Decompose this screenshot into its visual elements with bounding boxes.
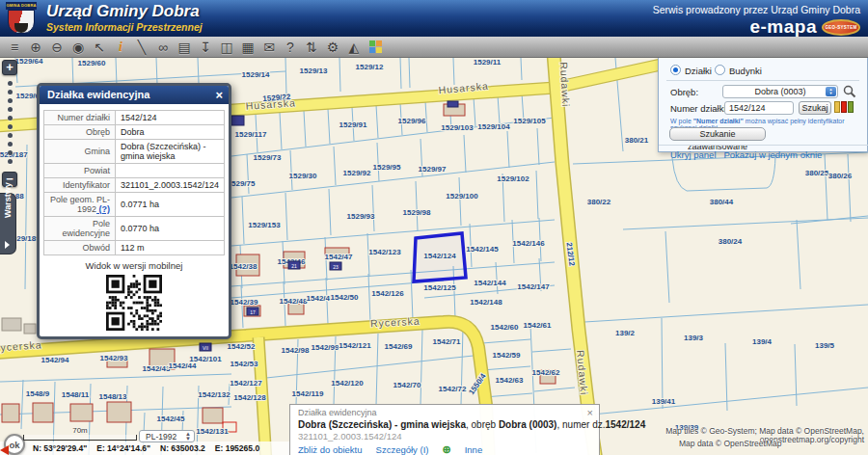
coordinates-bar: N: 53°29'29.4"E: 14°24'14.6"N: 635003.2E… [0,442,294,455]
advanced-search-button[interactable]: Szukanie zaawansowane [669,127,766,141]
info-icon[interactable]: i [110,38,131,57]
single-window-link[interactable]: Pokazuj w jednym oknie [723,149,822,160]
north-arrow-icon[interactable]: ◭ [343,38,365,57]
link-icon[interactable]: ∞ [152,38,174,57]
zoom-slider[interactable] [2,77,17,170]
zoom-in-button[interactable]: + [2,60,17,75]
style-chip-yellow[interactable] [834,101,840,113]
parcel-attributes-table: Numer działki1542/124ObrębDobraGminaDobr… [43,110,225,255]
result-main-line: Dobra (Szczecińska) - gmina wiejska, obr… [298,419,591,430]
search-button[interactable]: Szukaj [799,101,831,115]
search-magnifier-icon[interactable] [843,85,856,98]
sync-icon[interactable]: ⇅ [301,38,322,57]
legend-icon[interactable] [365,38,386,57]
radio-budynki-label: Budynki [729,66,762,76]
parcel-number-label: 1529/104 [477,122,510,131]
building-footprint [2,318,21,331]
scale-bar: 70m [23,426,137,441]
parcel-number-label: 1548/13 [99,392,127,401]
zoom-slider-dot [8,142,13,147]
select-area-icon[interactable]: ◉ [68,38,89,57]
zoom-slider-dot [8,90,13,94]
parcel-number-label: 1542/38 [230,262,258,271]
message-icon[interactable]: ✉ [258,38,280,57]
parcel-number-label: 1542/119 [292,389,324,398]
parcel-number-label: 1529/30 [289,172,317,180]
map-pointer-marker [0,445,9,455]
crs-value: PL-1992 [146,432,176,442]
zoom-slider-dot [8,159,13,164]
parcel-number-label: 1542/124 [423,252,456,260]
parcel-number-label: 1542/47 [325,253,353,261]
result-link[interactable]: Inne [465,444,483,455]
divider [666,80,859,81]
download-icon[interactable]: ↧ [195,38,216,57]
mobile-view-label: Widok w wersji mobilnej [40,260,229,271]
panel-links: Ukryj panel Pokazuj w jednym oknie [659,145,868,160]
parcel-number-label: 1542/125 [423,283,456,292]
select-stepper-icon: ▲▼ [826,87,836,96]
parcel-number-label: 1542/123 [368,248,401,256]
emapa-brand: e-mapa GEO-SYSTEM [749,16,860,38]
parcel-number-label: 1542/59 [493,351,521,360]
radio-budynki[interactable] [715,65,725,75]
attribute-value: 321101_2.0003.1542/124 [116,178,225,193]
app-header: GMINA DOBRA Urząd Gminy Dobra System Inf… [0,0,868,37]
app-window: { "header": { "title": "Urząd Gminy Dobr… [0,0,868,455]
layers-icon[interactable]: ≡ [4,38,25,57]
header-titles: Urząd Gminy Dobra System Informacji Prze… [46,2,203,33]
parcel-number-label: 1529/117 [235,130,267,139]
result-link[interactable]: Szczegóły (I) [376,444,429,455]
close-icon[interactable]: × [215,86,223,104]
layout-icon[interactable]: ▦ [237,38,258,57]
obreb-value: Dobra (0003) [754,87,805,96]
parcel-number-label: 1529/153 [248,221,281,229]
hide-panel-link[interactable]: Ukryj panel [670,149,717,160]
attribute-label: Obwód [44,241,116,255]
emapa-wordmark: e-mapa [749,16,817,38]
parcel-number-label: 1542/70 [393,381,421,389]
result-links: Zbliż do obiektuSzczegóły (I)⊕Inne [298,443,591,455]
parcel-number-label: 1542/63 [496,376,524,385]
crs-select[interactable]: PL-1992 ▲▼ [139,430,195,442]
print-icon[interactable]: ▤ [174,38,195,57]
attribute-value: Dobra (Szczecińska) - gmina wiejska [116,140,225,164]
style-chip-red[interactable] [841,101,847,113]
parcel-number-label: 1542/39 [231,298,258,307]
style-chip-green[interactable] [848,101,854,113]
parcel-number-label: 380/26 [828,172,853,180]
parcel-number-label: Numer działki: [670,103,728,114]
parcel-number-label: 1529/95 [373,163,401,172]
parcel-number-label: 1542/148 [470,298,502,307]
parcel-number-label: 1529/96 [398,117,426,125]
radio-dzialki[interactable] [670,65,681,75]
parcel-number-label: 1542/127 [230,379,262,388]
expand-arrow-icon [5,241,10,249]
parcel-number-label: 139/5 [815,341,835,350]
result-link[interactable]: Zbliż do obiektu [298,444,363,455]
search-panel: Działki Budynki Obręb: Dobra (0003) ▲▼ N… [658,56,868,152]
obreb-select[interactable]: Dobra (0003) ▲▼ [722,85,838,98]
copy-view-icon[interactable]: ◫ [216,38,237,57]
zoom-in-icon[interactable]: ⊕ [25,38,46,57]
parcel-number-input[interactable]: 1542/124 [724,101,794,115]
building-number-text: 17 [250,309,256,315]
measure-icon[interactable]: ╲ [131,38,152,57]
help-link[interactable]: (?) [96,204,110,214]
parcel-number-label: 1542/121 [339,341,371,350]
parcel-number-label: 1542/53 [231,360,258,368]
gmina-logo: GMINA DOBRA [6,2,37,35]
pointer-icon[interactable]: ↖ [89,38,110,57]
parcel-window-titlebar[interactable]: Działka ewidencyjna × [40,86,229,104]
parcel-number-label: 1529/14 [242,70,270,79]
settings-icon[interactable]: ⚙ [322,38,343,57]
parcel-number-label: 139/2 [615,329,636,337]
close-icon[interactable]: × [587,407,593,418]
parcel-number-label: 1542/98 [282,346,310,355]
help-icon[interactable]: ? [280,38,301,57]
attribute-value: 112 m [116,241,225,255]
zoom-out-icon[interactable]: ⊖ [46,38,68,57]
add-icon[interactable]: ⊕ [442,443,450,455]
layers-panel-tab[interactable]: Warstwy [0,193,16,254]
table-row: GminaDobra (Szczecińska) - gmina wiejska [44,140,225,164]
